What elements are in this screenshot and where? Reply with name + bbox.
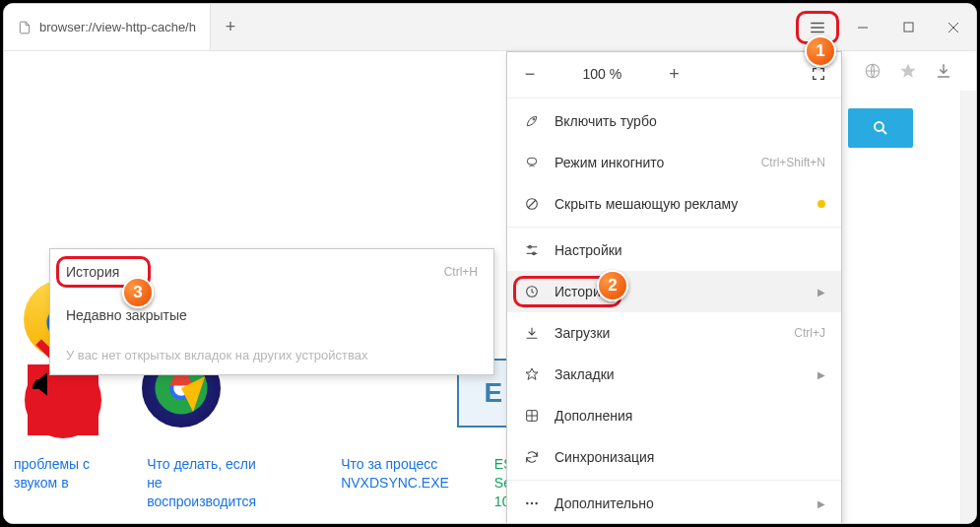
chevron-right-icon: ▶: [817, 498, 825, 509]
browser-window: browser://view-http-cache/h +: [3, 3, 977, 524]
tab[interactable]: browser://view-http-cache/h: [4, 4, 211, 50]
svg-marker-26: [526, 368, 538, 379]
zoom-value: 100 %: [553, 66, 652, 82]
menu-addons[interactable]: Дополнения: [507, 395, 841, 436]
menu-settings[interactable]: Настройки: [507, 230, 841, 271]
bookmark-star-icon[interactable]: [893, 56, 923, 86]
search-button[interactable]: [848, 108, 913, 148]
menu-hide-ads[interactable]: Скрыть мешающую рекламу: [507, 183, 841, 225]
chevron-right-icon: ▶: [817, 287, 825, 297]
svg-point-30: [526, 502, 528, 504]
menu-sync-label: Синхронизация: [555, 449, 825, 465]
fullscreen-button[interactable]: [796, 66, 841, 82]
svg-line-20: [528, 200, 536, 208]
svg-point-17: [533, 118, 535, 120]
more-icon: [523, 494, 541, 512]
result-tiles: проблемы с звуком в Что делать, если не …: [14, 455, 582, 511]
downloads-icon[interactable]: [929, 56, 958, 86]
menu-downloads[interactable]: Загрузки Ctrl+J: [507, 312, 841, 354]
download-icon: [523, 324, 541, 342]
svg-rect-4: [904, 23, 913, 32]
svg-point-31: [531, 502, 533, 504]
new-tab-button[interactable]: +: [211, 4, 250, 50]
file-icon: [18, 21, 32, 34]
menu-bookmarks[interactable]: Закладки ▶: [507, 354, 841, 395]
submenu-note: У вас нет открытых вкладок на других уст…: [50, 336, 493, 374]
menu-downloads-shortcut: Ctrl+J: [794, 326, 825, 340]
warning-dot: [817, 200, 825, 208]
callout-badge-3: 3: [122, 277, 154, 308]
menu-settings-label: Настройки: [555, 242, 825, 258]
svg-point-32: [535, 502, 537, 504]
menu-history[interactable]: История ▶: [507, 271, 841, 312]
submenu-recent-label: Недавно закрытые: [66, 307, 478, 323]
menu-incognito-shortcut: Ctrl+Shift+N: [761, 156, 825, 169]
tile-1[interactable]: проблемы с звуком в: [14, 455, 101, 511]
puzzle-icon: [523, 407, 541, 425]
menu-hide-ads-label: Скрыть мешающую рекламу: [555, 196, 804, 212]
submenu-history-shortcut: Ctrl+H: [444, 265, 478, 279]
chevron-right-icon: ▶: [817, 369, 825, 380]
menu-turbo-label: Включить турбо: [555, 113, 825, 129]
sync-icon: [523, 448, 541, 466]
submenu-history[interactable]: История Ctrl+H: [50, 249, 493, 295]
tile-2-label: Что делать, если не воспроизводится: [147, 455, 256, 511]
address-toolbar-right: [858, 51, 976, 91]
history-submenu: История Ctrl+H Недавно закрытые У вас не…: [49, 248, 494, 375]
submenu-recent: Недавно закрытые: [50, 295, 493, 336]
tile-2[interactable]: Что делать, если не воспроизводится: [147, 455, 256, 511]
tile-3[interactable]: Что за процесс NVXDSYNC.EXE: [341, 455, 449, 511]
tile-1-label: проблемы с звуком в: [14, 455, 101, 493]
sliders-icon: [523, 241, 541, 259]
menu-incognito-label: Режим инкогнито: [555, 155, 748, 170]
menu-bookmarks-label: Закладки: [555, 366, 804, 382]
main-menu: − 100 % + Включить турбо Режим инкогнито…: [506, 51, 842, 524]
scrollbar[interactable]: [960, 91, 976, 523]
star-icon: [523, 365, 541, 383]
globe-icon[interactable]: [858, 56, 887, 86]
tab-title: browser://view-http-cache/h: [39, 20, 196, 34]
close-button[interactable]: [931, 4, 976, 50]
menu-addons-label: Дополнения: [555, 408, 825, 424]
maximize-button[interactable]: [885, 4, 931, 50]
rocket-icon: [523, 112, 541, 130]
callout-badge-1: 1: [805, 35, 836, 67]
minimize-button[interactable]: [840, 4, 885, 50]
incognito-icon: [523, 154, 541, 171]
menu-downloads-label: Загрузки: [555, 325, 780, 341]
menu-more[interactable]: Дополнительно ▶: [507, 483, 841, 524]
svg-line-10: [882, 130, 886, 134]
menu-turbo[interactable]: Включить турбо: [507, 100, 841, 142]
menu-more-label: Дополнительно: [555, 495, 804, 511]
menu-sync[interactable]: Синхронизация: [507, 436, 841, 478]
zoom-row: − 100 % +: [507, 52, 841, 96]
block-icon: [523, 195, 541, 213]
svg-rect-18: [527, 158, 536, 165]
zoom-in-button[interactable]: +: [652, 64, 697, 85]
menu-incognito[interactable]: Режим инкогнито Ctrl+Shift+N: [507, 142, 841, 183]
zoom-out-button[interactable]: −: [507, 64, 553, 85]
callout-badge-2: 2: [597, 270, 628, 301]
svg-marker-8: [901, 64, 916, 78]
tile-3-label: Что за процесс NVXDSYNC.EXE: [341, 455, 449, 493]
svg-point-9: [875, 122, 883, 131]
